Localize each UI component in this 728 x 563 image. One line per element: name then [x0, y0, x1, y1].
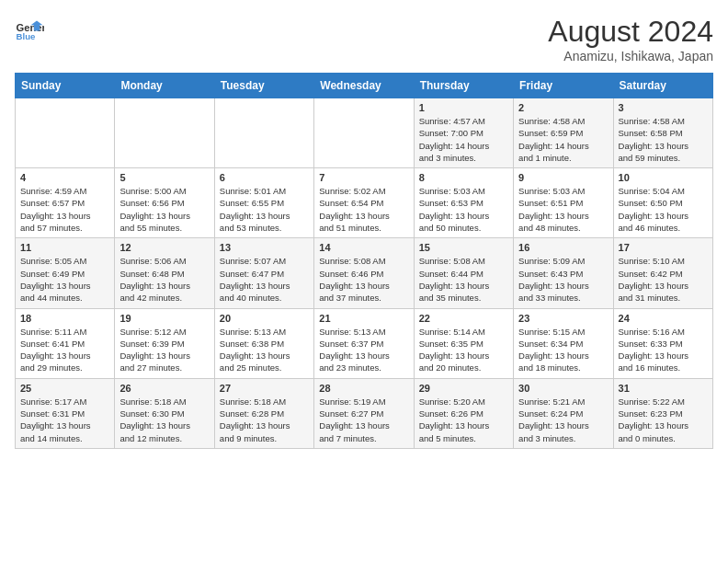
day-info: Sunrise: 5:11 AM Sunset: 6:41 PM Dayligh… — [20, 326, 109, 374]
day-number: 6 — [220, 172, 309, 183]
day-info: Sunrise: 5:16 AM Sunset: 6:33 PM Dayligh… — [619, 326, 708, 374]
day-cell: 20Sunrise: 5:13 AM Sunset: 6:38 PM Dayli… — [214, 308, 313, 378]
day-cell: 10Sunrise: 5:04 AM Sunset: 6:50 PM Dayli… — [613, 168, 712, 238]
calendar-title: August 2024 — [548, 15, 713, 49]
day-cell: 31Sunrise: 5:22 AM Sunset: 6:23 PM Dayli… — [613, 378, 712, 448]
day-number: 23 — [518, 313, 608, 324]
day-number: 30 — [518, 383, 608, 394]
day-number: 8 — [419, 172, 508, 183]
day-number: 3 — [619, 102, 708, 113]
day-info: Sunrise: 5:10 AM Sunset: 6:42 PM Dayligh… — [619, 255, 708, 304]
day-number: 10 — [619, 172, 708, 183]
day-info: Sunrise: 4:57 AM Sunset: 7:00 PM Dayligh… — [419, 115, 508, 164]
calendar-header: SundayMondayTuesdayWednesdayThursdayFrid… — [16, 74, 713, 98]
week-row-3: 11Sunrise: 5:05 AM Sunset: 6:49 PM Dayli… — [16, 238, 713, 308]
day-cell: 2Sunrise: 4:58 AM Sunset: 6:59 PM Daylig… — [514, 98, 613, 168]
day-cell: 11Sunrise: 5:05 AM Sunset: 6:49 PM Dayli… — [16, 238, 115, 308]
day-info: Sunrise: 5:20 AM Sunset: 6:26 PM Dayligh… — [419, 396, 508, 444]
day-info: Sunrise: 5:02 AM Sunset: 6:54 PM Dayligh… — [319, 185, 408, 234]
day-header-thursday: Thursday — [414, 74, 513, 98]
calendar-table: SundayMondayTuesdayWednesdayThursdayFrid… — [15, 73, 713, 449]
day-number: 28 — [319, 383, 408, 394]
day-cell: 29Sunrise: 5:20 AM Sunset: 6:26 PM Dayli… — [414, 378, 513, 448]
week-row-4: 18Sunrise: 5:11 AM Sunset: 6:41 PM Dayli… — [16, 308, 713, 378]
day-info: Sunrise: 5:17 AM Sunset: 6:31 PM Dayligh… — [20, 396, 109, 444]
day-info: Sunrise: 5:13 AM Sunset: 6:37 PM Dayligh… — [319, 326, 408, 374]
day-info: Sunrise: 5:18 AM Sunset: 6:30 PM Dayligh… — [119, 396, 209, 444]
day-number: 2 — [518, 102, 608, 113]
svg-text:Blue: Blue — [17, 31, 36, 41]
day-number: 9 — [518, 172, 608, 183]
day-cell: 30Sunrise: 5:21 AM Sunset: 6:24 PM Dayli… — [514, 378, 613, 448]
day-info: Sunrise: 5:21 AM Sunset: 6:24 PM Dayligh… — [518, 396, 608, 444]
day-cell: 19Sunrise: 5:12 AM Sunset: 6:39 PM Dayli… — [115, 308, 214, 378]
week-row-5: 25Sunrise: 5:17 AM Sunset: 6:31 PM Dayli… — [16, 378, 713, 448]
day-cell: 22Sunrise: 5:14 AM Sunset: 6:35 PM Dayli… — [414, 308, 513, 378]
day-header-sunday: Sunday — [16, 74, 115, 98]
day-cell: 25Sunrise: 5:17 AM Sunset: 6:31 PM Dayli… — [16, 378, 115, 448]
day-cell: 14Sunrise: 5:08 AM Sunset: 6:46 PM Dayli… — [314, 238, 414, 308]
day-number: 17 — [619, 242, 708, 253]
day-number: 29 — [419, 383, 508, 394]
day-number: 14 — [319, 242, 408, 253]
day-number: 25 — [20, 383, 109, 394]
day-header-tuesday: Tuesday — [214, 74, 313, 98]
day-number: 13 — [220, 242, 309, 253]
day-info: Sunrise: 5:19 AM Sunset: 6:27 PM Dayligh… — [319, 396, 408, 444]
day-info: Sunrise: 5:00 AM Sunset: 6:56 PM Dayligh… — [119, 185, 209, 234]
day-cell: 4Sunrise: 4:59 AM Sunset: 6:57 PM Daylig… — [16, 168, 115, 238]
day-info: Sunrise: 5:04 AM Sunset: 6:50 PM Dayligh… — [619, 185, 708, 234]
day-cell: 3Sunrise: 4:58 AM Sunset: 6:58 PM Daylig… — [613, 98, 712, 168]
day-info: Sunrise: 5:07 AM Sunset: 6:47 PM Dayligh… — [220, 255, 309, 304]
day-cell: 27Sunrise: 5:18 AM Sunset: 6:28 PM Dayli… — [214, 378, 313, 448]
day-info: Sunrise: 5:03 AM Sunset: 6:53 PM Dayligh… — [419, 185, 508, 234]
calendar-body: 1Sunrise: 4:57 AM Sunset: 7:00 PM Daylig… — [16, 98, 713, 449]
day-cell — [115, 98, 214, 168]
day-cell: 9Sunrise: 5:03 AM Sunset: 6:51 PM Daylig… — [514, 168, 613, 238]
day-cell: 1Sunrise: 4:57 AM Sunset: 7:00 PM Daylig… — [414, 98, 513, 168]
day-number: 12 — [119, 242, 209, 253]
day-number: 31 — [619, 383, 708, 394]
title-block: August 2024 Anamizu, Ishikawa, Japan — [548, 15, 713, 63]
day-info: Sunrise: 5:14 AM Sunset: 6:35 PM Dayligh… — [419, 326, 508, 374]
day-cell: 24Sunrise: 5:16 AM Sunset: 6:33 PM Dayli… — [613, 308, 712, 378]
day-cell: 5Sunrise: 5:00 AM Sunset: 6:56 PM Daylig… — [115, 168, 214, 238]
day-number: 22 — [419, 313, 508, 324]
day-info: Sunrise: 5:22 AM Sunset: 6:23 PM Dayligh… — [619, 396, 708, 444]
day-cell: 28Sunrise: 5:19 AM Sunset: 6:27 PM Dayli… — [314, 378, 414, 448]
day-number: 27 — [220, 383, 309, 394]
day-info: Sunrise: 5:08 AM Sunset: 6:44 PM Dayligh… — [419, 255, 508, 304]
day-cell — [214, 98, 313, 168]
day-info: Sunrise: 4:58 AM Sunset: 6:58 PM Dayligh… — [619, 115, 708, 164]
day-cell — [314, 98, 414, 168]
week-row-2: 4Sunrise: 4:59 AM Sunset: 6:57 PM Daylig… — [16, 168, 713, 238]
day-cell: 26Sunrise: 5:18 AM Sunset: 6:30 PM Dayli… — [115, 378, 214, 448]
header-row: SundayMondayTuesdayWednesdayThursdayFrid… — [16, 74, 713, 98]
day-cell: 17Sunrise: 5:10 AM Sunset: 6:42 PM Dayli… — [613, 238, 712, 308]
week-row-1: 1Sunrise: 4:57 AM Sunset: 7:00 PM Daylig… — [16, 98, 713, 168]
day-info: Sunrise: 5:03 AM Sunset: 6:51 PM Dayligh… — [518, 185, 608, 234]
day-info: Sunrise: 4:59 AM Sunset: 6:57 PM Dayligh… — [20, 185, 109, 234]
day-info: Sunrise: 5:15 AM Sunset: 6:34 PM Dayligh… — [518, 326, 608, 374]
day-number: 11 — [20, 242, 109, 253]
day-info: Sunrise: 5:08 AM Sunset: 6:46 PM Dayligh… — [319, 255, 408, 304]
day-info: Sunrise: 5:18 AM Sunset: 6:28 PM Dayligh… — [220, 396, 309, 444]
day-cell: 18Sunrise: 5:11 AM Sunset: 6:41 PM Dayli… — [16, 308, 115, 378]
day-number: 24 — [619, 313, 708, 324]
day-info: Sunrise: 5:13 AM Sunset: 6:38 PM Dayligh… — [220, 326, 309, 374]
calendar-subtitle: Anamizu, Ishikawa, Japan — [548, 49, 713, 63]
day-info: Sunrise: 5:06 AM Sunset: 6:48 PM Dayligh… — [119, 255, 209, 304]
day-cell: 8Sunrise: 5:03 AM Sunset: 6:53 PM Daylig… — [414, 168, 513, 238]
day-number: 1 — [419, 102, 508, 113]
day-number: 21 — [319, 313, 408, 324]
day-cell — [16, 98, 115, 168]
day-number: 16 — [518, 242, 608, 253]
logo-icon: General Blue — [15, 15, 44, 44]
day-number: 7 — [319, 172, 408, 183]
day-info: Sunrise: 5:12 AM Sunset: 6:39 PM Dayligh… — [119, 326, 209, 374]
logo: General Blue — [15, 15, 44, 44]
day-cell: 16Sunrise: 5:09 AM Sunset: 6:43 PM Dayli… — [514, 238, 613, 308]
day-cell: 6Sunrise: 5:01 AM Sunset: 6:55 PM Daylig… — [214, 168, 313, 238]
day-cell: 12Sunrise: 5:06 AM Sunset: 6:48 PM Dayli… — [115, 238, 214, 308]
day-cell: 7Sunrise: 5:02 AM Sunset: 6:54 PM Daylig… — [314, 168, 414, 238]
